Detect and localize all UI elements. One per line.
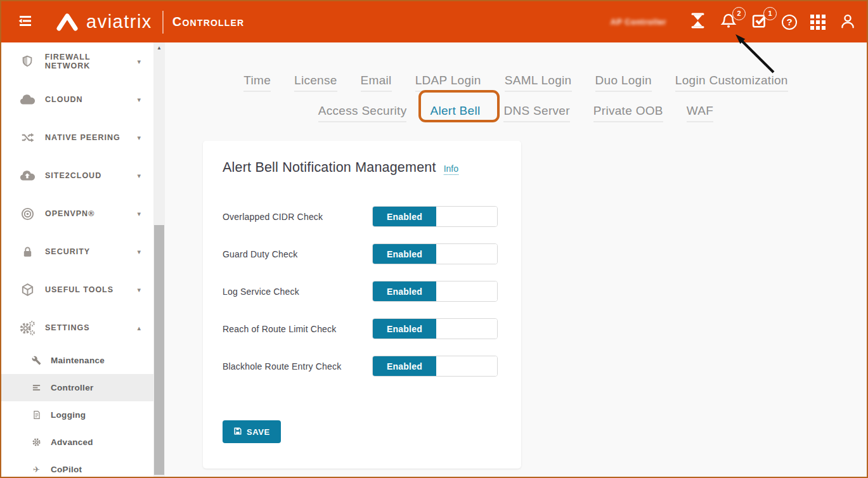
list-icon: [31, 383, 42, 392]
scroll-up-icon[interactable]: ▲: [153, 42, 165, 53]
sidebar-subitem-label: CoPilot: [51, 465, 82, 474]
sidebar-subitem-label: Advanced: [51, 437, 93, 447]
gears-icon: [19, 320, 36, 336]
chevron-down-icon: ▾: [137, 210, 141, 218]
plane-icon: ✈: [31, 465, 42, 474]
sidebar-item-useful-tools[interactable]: USEFUL TOOLS ▾: [1, 271, 153, 309]
main-content: Time License Email LDAP Login SAML Login…: [165, 42, 867, 477]
setting-label: Log Service Check: [223, 287, 372, 297]
sidebar-item-logging[interactable]: Logging: [1, 401, 153, 429]
toggle-overlapped-cidr-check[interactable]: Enabled: [372, 206, 498, 227]
sidebar-item-label: CLOUDN: [45, 95, 82, 104]
app-window: aviatrix Controller AP Controller: [0, 0, 868, 478]
sidebar-item-security[interactable]: SECURITY ▾: [1, 233, 153, 271]
sidebar: FIREWALL NETWORK ▾ CLOUDN ▾ NATIVE PEERI…: [1, 42, 153, 477]
cloud-icon: [19, 93, 36, 107]
setting-row-guard-duty: Guard Duty Check Enabled: [223, 243, 498, 264]
sidebar-item-cloudn[interactable]: CLOUDN ▾: [1, 81, 153, 119]
toggle-off-area[interactable]: [436, 207, 497, 226]
toggle-state-label: Enabled: [373, 207, 436, 226]
sidebar-subitem-label: Controller: [51, 383, 94, 392]
sidebar-item-settings[interactable]: SETTINGS ▴: [1, 309, 153, 347]
sidebar-item-controller[interactable]: Controller: [1, 374, 153, 401]
sidebar-scrollbar[interactable]: ▲: [153, 42, 165, 477]
help-button[interactable]: ?: [782, 15, 797, 30]
info-link[interactable]: Info: [444, 164, 458, 175]
toggle-blackhole-route-check[interactable]: Enabled: [372, 356, 498, 377]
save-button[interactable]: SAVE: [223, 420, 281, 443]
sidebar-item-openvpn[interactable]: OPENVPN® ▾: [1, 195, 153, 233]
sidebar-item-advanced[interactable]: Advanced: [1, 429, 153, 456]
sidebar-item-label: OPENVPN®: [45, 209, 94, 218]
tab-time[interactable]: Time: [243, 74, 271, 92]
alert-bell-button[interactable]: 2: [720, 13, 737, 31]
tab-private-oob[interactable]: Private OOB: [593, 104, 663, 122]
tab-ldap-login[interactable]: LDAP Login: [415, 74, 481, 92]
save-button-label: SAVE: [247, 427, 270, 437]
tab-access-security[interactable]: Access Security: [318, 104, 407, 122]
setting-label: Overlapped CIDR Check: [223, 212, 372, 222]
setting-row-overlapped-cidr: Overlapped CIDR Check Enabled: [223, 206, 498, 227]
pending-tasks-button[interactable]: [689, 13, 706, 31]
profile-icon: [839, 12, 857, 32]
sidebar-item-maintenance[interactable]: Maintenance: [1, 347, 153, 374]
brand-name: aviatrix: [86, 11, 152, 32]
sidebar-collapse-button[interactable]: [14, 11, 36, 33]
username-redacted: AP Controller: [611, 18, 666, 27]
tasks-badge: 1: [763, 7, 777, 20]
setting-row-log-service: Log Service Check Enabled: [223, 281, 498, 302]
setting-label: Guard Duty Check: [223, 249, 372, 259]
sidebar-item-copilot[interactable]: ✈ CoPilot: [1, 456, 153, 477]
wrench-icon: [31, 356, 42, 365]
hourglass-icon: [689, 12, 706, 32]
setting-label: Blackhole Route Entry Check: [223, 361, 372, 371]
settings-tabs: Time License Email LDAP Login SAML Login…: [165, 42, 867, 122]
cloud-upload-icon: [19, 169, 36, 183]
toggle-off-area[interactable]: [436, 356, 497, 376]
toggle-off-area[interactable]: [436, 281, 497, 301]
sidebar-item-label: NATIVE PEERING: [45, 133, 120, 142]
sidebar-item-firewall-network[interactable]: FIREWALL NETWORK ▾: [1, 42, 153, 81]
task-approval-button[interactable]: 1: [751, 13, 768, 31]
lock-icon: [19, 245, 36, 259]
tab-saml-login[interactable]: SAML Login: [505, 74, 572, 92]
sidebar-item-native-peering[interactable]: NATIVE PEERING ▾: [1, 119, 153, 157]
sidebar-item-label: SETTINGS: [45, 323, 90, 332]
sidebar-item-label: FIREWALL NETWORK: [45, 53, 138, 70]
scrollbar-thumb[interactable]: [154, 225, 164, 475]
tab-login-customization[interactable]: Login Customization: [675, 74, 788, 92]
chevron-down-icon: ▾: [137, 248, 141, 256]
toggle-state-label: Enabled: [373, 356, 436, 376]
app-header: aviatrix Controller AP Controller: [1, 1, 867, 42]
tab-waf[interactable]: WAF: [687, 104, 713, 122]
toggle-log-service-check[interactable]: Enabled: [372, 281, 498, 302]
setting-row-blackhole-route: Blackhole Route Entry Check Enabled: [223, 356, 498, 377]
tab-dns-server[interactable]: DNS Server: [503, 104, 569, 122]
sidebar-item-site2cloud[interactable]: SITE2CLOUD ▾: [1, 157, 153, 195]
page-title: Alert Bell Notification Management: [223, 160, 436, 176]
profile-button[interactable]: [839, 12, 857, 32]
help-icon: ?: [782, 15, 797, 30]
sidebar-subitem-label: Maintenance: [51, 356, 105, 365]
chevron-down-icon: ▾: [137, 58, 141, 66]
apps-menu-button[interactable]: [810, 15, 826, 30]
tab-duo-login[interactable]: Duo Login: [595, 74, 652, 92]
chevron-down-icon: ▾: [137, 96, 141, 104]
toggle-route-limit-check[interactable]: Enabled: [372, 318, 498, 339]
toggle-off-area[interactable]: [436, 319, 497, 339]
tab-license[interactable]: License: [294, 74, 337, 92]
brand[interactable]: aviatrix: [55, 11, 152, 32]
document-icon: [31, 410, 42, 420]
gear-icon: [31, 437, 42, 447]
setting-row-route-limit: Reach of Route Limit Check Enabled: [223, 318, 498, 339]
toggle-off-area[interactable]: [436, 244, 497, 264]
chevron-down-icon: ▾: [137, 134, 141, 142]
sidebar-collapse-icon: [15, 11, 34, 33]
tab-email[interactable]: Email: [361, 74, 392, 92]
bell-badge: 2: [732, 7, 746, 20]
tab-alert-bell[interactable]: Alert Bell: [430, 104, 480, 122]
toggle-guard-duty-check[interactable]: Enabled: [372, 243, 498, 264]
cube-icon: [19, 282, 36, 297]
toggle-state-label: Enabled: [373, 319, 436, 339]
alert-bell-card: Alert Bell Notification Management Info …: [203, 141, 521, 468]
